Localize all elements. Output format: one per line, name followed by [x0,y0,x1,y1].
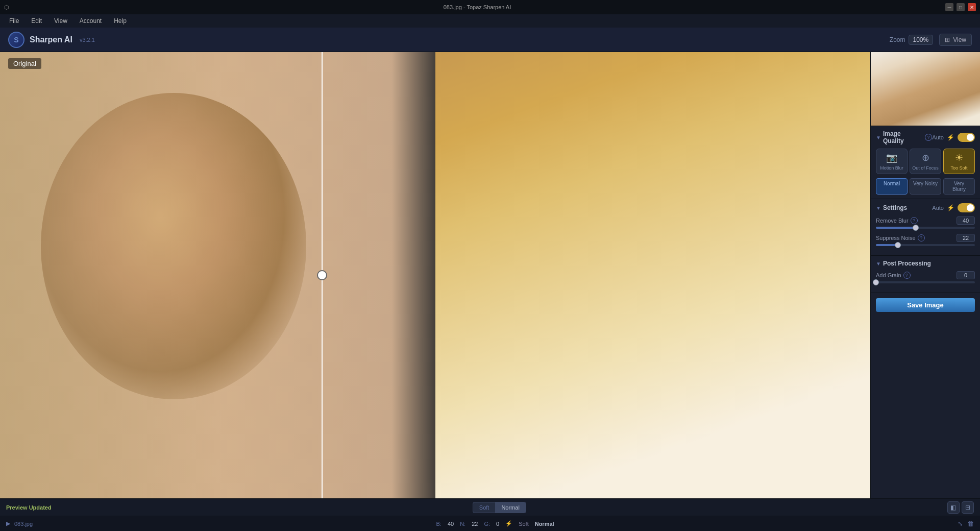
quality-very-noisy[interactable]: Very Noisy [910,178,941,195]
post-processing-header: ▼ Post Processing [876,260,975,267]
expand-icon[interactable]: ▶ [6,520,10,527]
add-grain-help[interactable]: ? [903,272,911,279]
remove-blur-fill [876,227,916,229]
preview-icons: ◧ ⊟ [947,501,974,514]
remove-blur-track[interactable] [876,227,975,229]
preview-normal-btn[interactable]: Normal [495,502,525,513]
suppress-noise-label-row: Suppress Noise ? 22 [876,234,975,242]
section-title-row: ▼ Image Quality ? [876,130,932,144]
statusbar-left: ▶ 083.jpg [6,520,33,527]
quality-very-blurry[interactable]: Very Blurry [943,178,975,195]
header-right: Zoom 100% ⊞ View [890,34,972,46]
add-grain-thumb[interactable] [873,279,879,285]
expand-right-icon[interactable]: ⤡ [958,520,963,527]
minimize-button[interactable]: ─ [945,3,953,11]
app-version: v3.2.1 [80,37,95,43]
image-quality-title: Image Quality [883,130,923,144]
mode-too-soft[interactable]: ☀ Too Soft [943,149,975,174]
canvas-area[interactable]: Original [0,52,870,498]
bolt-status-icon: ⚡ [505,520,512,527]
n-value: 22 [472,521,478,527]
filename: 083.jpg [14,521,33,527]
thumbnail-image [871,52,980,126]
titlebar-icon: ⬡ [4,4,9,11]
toggle-knob-quality [967,134,974,141]
image-quality-section: ▼ Image Quality ? Auto ⚡ 📷 Motion Blur [871,126,980,199]
preview-mode-selector: Soft Normal [473,502,526,513]
out-of-focus-icon: ⊕ [922,152,929,163]
auto-toggle-settings-switch[interactable] [958,203,975,212]
preview-soft-btn[interactable]: Soft [473,502,496,513]
quality-normal[interactable]: Normal [876,178,908,195]
preview-split-icon[interactable]: ⊟ [962,501,974,514]
remove-blur-label: Remove Blur ? [876,217,918,224]
menu-account[interactable]: Account [75,16,107,26]
app-header: S Sharpen AI v3.2.1 Zoom 100% ⊞ View [0,28,980,52]
view-button[interactable]: ⊞ View [939,34,972,46]
statusbar: ▶ 083.jpg B: 40 N: 22 G: 0 ⚡ Soft Normal… [0,516,980,531]
add-grain-value[interactable]: 0 [957,271,975,279]
post-processing-title-row: ▼ Post Processing [876,260,931,267]
add-grain-track[interactable] [876,281,975,283]
save-image-button[interactable]: Save Image [876,298,975,312]
auto-label-quality: Auto [932,134,944,140]
auto-toggle-quality-switch[interactable] [958,133,975,142]
preview-status: Preview Updated [6,504,52,511]
menu-edit[interactable]: Edit [26,16,47,26]
main-layout: Original ▼ Image Quality ? Auto ⚡ [0,52,980,498]
remove-blur-label-row: Remove Blur ? 40 [876,216,975,225]
bolt-icon-quality: ⚡ [947,134,954,141]
suppress-noise-help[interactable]: ? [918,234,925,242]
too-soft-label: Too Soft [950,165,967,171]
post-processing-section: ▼ Post Processing Add Grain ? 0 [871,256,980,293]
toggle-knob-settings [967,204,974,211]
mode-motion-blur[interactable]: 📷 Motion Blur [876,149,908,174]
suppress-noise-track[interactable] [876,244,975,246]
collapse-arrow-quality[interactable]: ▼ [876,135,881,140]
quality-row: Normal Very Noisy Very Blurry [876,178,975,195]
remove-blur-thumb[interactable] [913,225,919,231]
image-quality-header: ▼ Image Quality ? Auto ⚡ [876,130,975,144]
add-grain-row: Add Grain ? 0 [876,271,975,283]
collapse-arrow-settings[interactable]: ▼ [876,205,881,211]
zoom-area: Zoom 100% [890,35,933,45]
menubar: File Edit View Account Help [0,14,980,28]
zoom-label: Zoom [890,36,905,43]
collapse-arrow-post[interactable]: ▼ [876,261,881,267]
auto-toggle-settings: Auto ⚡ [932,203,975,212]
zoom-value[interactable]: 100% [909,35,934,45]
menu-help[interactable]: Help [109,16,132,26]
settings-header: ▼ Settings Auto ⚡ [876,203,975,212]
remove-blur-help[interactable]: ? [911,217,918,224]
settings-title-row: ▼ Settings [876,204,907,211]
b-label: B: [436,521,441,527]
b-value: 40 [448,521,454,527]
remove-blur-value[interactable]: 40 [957,216,975,225]
bolt-icon-settings: ⚡ [947,204,954,211]
app-title: Sharpen AI [30,35,72,44]
auto-toggle-quality: Auto ⚡ [932,133,975,142]
menu-file[interactable]: File [4,16,24,26]
menu-view[interactable]: View [49,16,72,26]
split-handle[interactable] [317,270,327,280]
suppress-noise-value[interactable]: 22 [957,234,975,242]
trash-icon[interactable]: 🗑 [967,520,974,527]
suppress-noise-row: Suppress Noise ? 22 [876,234,975,246]
g-label: G: [484,521,490,527]
bottom-area: Preview Updated Soft Normal ◧ ⊟ ▶ 083.jp… [0,498,980,531]
split-divider[interactable] [322,52,323,498]
n-label: N: [460,521,465,527]
image-quality-help[interactable]: ? [925,134,932,141]
view-icon: ⊞ [945,36,950,43]
add-grain-label-row: Add Grain ? 0 [876,271,975,279]
remove-blur-row: Remove Blur ? 40 [876,216,975,229]
normal-status: Normal [535,521,554,527]
close-button[interactable]: ✕ [968,3,976,11]
preview-compare-icon[interactable]: ◧ [947,501,960,514]
titlebar-controls: ─ □ ✕ [945,3,976,11]
mode-out-of-focus[interactable]: ⊕ Out of Focus [910,149,941,174]
add-grain-label: Add Grain ? [876,272,911,279]
maximize-button[interactable]: □ [957,3,965,11]
original-label: Original [8,58,41,69]
suppress-noise-thumb[interactable] [895,242,901,248]
